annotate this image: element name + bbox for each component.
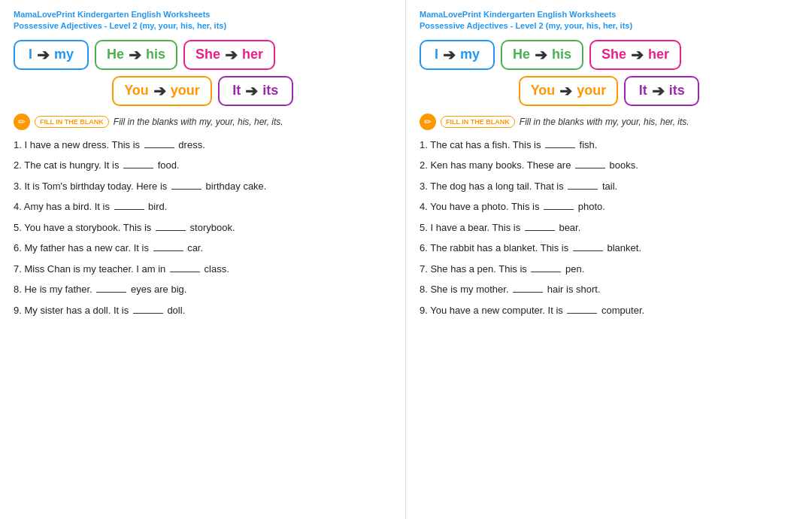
answer-blank bbox=[568, 189, 598, 190]
arrow-icon: ➔ bbox=[535, 46, 547, 64]
arrow-icon: ➔ bbox=[129, 46, 141, 64]
answer-blank bbox=[567, 313, 597, 314]
pronoun-box-she: She➔her bbox=[589, 40, 681, 70]
possessive-label: his bbox=[552, 47, 571, 62]
subject-label: I bbox=[435, 47, 438, 62]
pronouns-row2: You➔yourIt➔its bbox=[420, 76, 798, 106]
answer-blank bbox=[133, 313, 163, 314]
pencil-icon: ✏ bbox=[14, 114, 30, 130]
answer-blank bbox=[545, 147, 575, 148]
answer-blank bbox=[144, 147, 174, 148]
answer-blank bbox=[171, 189, 201, 190]
possessive-label: your bbox=[171, 83, 200, 99]
question-6: 6. The rabbit has a blanket. This is bla… bbox=[420, 241, 798, 256]
fill-in-blank-label: ✏FILL IN THE BLANKFill in the blanks wit… bbox=[420, 114, 798, 130]
question-4: 4. You have a photo. This is photo. bbox=[420, 199, 798, 214]
pronoun-box-i: I➔my bbox=[420, 40, 495, 70]
question-1: 1. The cat has a fish. This is fish. bbox=[420, 138, 798, 153]
answer-blank bbox=[525, 230, 555, 231]
arrow-icon: ➔ bbox=[559, 82, 572, 100]
question-9: 9. My sister has a doll. It is doll. bbox=[14, 303, 392, 318]
subject-label: He bbox=[513, 47, 530, 62]
arrow-icon: ➔ bbox=[631, 46, 644, 64]
pencil-icon: ✏ bbox=[420, 114, 436, 130]
worksheet-page-1: MamaLovePrint Kindergarten English Works… bbox=[0, 0, 406, 519]
question-7: 7. She has a pen. This is pen. bbox=[420, 262, 798, 277]
answer-blank bbox=[531, 272, 561, 272]
subject-label: He bbox=[107, 47, 124, 62]
question-1: 1. I have a new dress. This is dress. bbox=[14, 138, 392, 153]
fill-in-blank-label: ✏FILL IN THE BLANKFill in the blanks wit… bbox=[14, 114, 392, 130]
subject-label: I bbox=[29, 47, 32, 62]
subject-label: It bbox=[232, 83, 241, 99]
fill-instruction: Fill in the blanks with my, your, his, h… bbox=[520, 117, 689, 127]
possessive-label: your bbox=[577, 83, 606, 99]
fill-instruction: Fill in the blanks with my, your, his, h… bbox=[114, 117, 283, 127]
arrow-icon: ➔ bbox=[37, 46, 50, 64]
pronoun-box-i: I➔my bbox=[14, 40, 89, 70]
question-4: 4. Amy has a bird. It is bird. bbox=[14, 199, 392, 214]
question-9: 9. You have a new computer. It is comput… bbox=[420, 303, 798, 318]
question-2: 2. The cat is hungry. It is food. bbox=[14, 158, 392, 173]
question-8: 8. She is my mother. hair is short. bbox=[420, 282, 798, 297]
question-6: 6. My father has a new car. It is car. bbox=[14, 241, 392, 256]
answer-blank bbox=[575, 168, 605, 168]
answer-blank bbox=[544, 209, 574, 210]
answer-blank bbox=[170, 272, 200, 272]
subject-label: She bbox=[195, 47, 220, 62]
pronoun-box-she: She➔her bbox=[183, 40, 275, 70]
answer-blank bbox=[153, 250, 183, 251]
pronoun-box-you: You➔your bbox=[112, 76, 212, 106]
possessive-label: my bbox=[54, 47, 74, 62]
question-2: 2. Ken has many books. These are books. bbox=[420, 158, 798, 173]
possessive-label: her bbox=[648, 47, 669, 62]
fill-badge: FILL IN THE BLANK bbox=[441, 116, 515, 128]
pronoun-box-he: He➔his bbox=[95, 40, 177, 70]
fill-badge: FILL IN THE BLANK bbox=[35, 116, 109, 128]
answer-blank bbox=[96, 292, 126, 293]
pronoun-box-he: He➔his bbox=[501, 40, 583, 70]
header-title: MamaLovePrint Kindergarten English Works… bbox=[14, 9, 392, 32]
possessive-label: his bbox=[146, 47, 165, 62]
possessive-label: its bbox=[669, 83, 685, 99]
question-5: 5. You have a storybook. This is storybo… bbox=[14, 220, 392, 235]
worksheet-page-2: MamaLovePrint Kindergarten English Works… bbox=[406, 0, 812, 519]
subject-label: You bbox=[124, 83, 149, 99]
answer-blank bbox=[123, 168, 153, 168]
question-7: 7. Miss Chan is my teacher. I am in clas… bbox=[14, 262, 392, 277]
answer-blank bbox=[573, 250, 603, 251]
pronouns-row2: You➔yourIt➔its bbox=[14, 76, 392, 106]
subject-label: She bbox=[601, 47, 626, 62]
possessive-label: her bbox=[242, 47, 263, 62]
possessive-label: my bbox=[460, 47, 480, 62]
arrow-icon: ➔ bbox=[443, 46, 456, 64]
answer-blank bbox=[513, 292, 543, 293]
pronouns-row1: I➔myHe➔hisShe➔her bbox=[420, 40, 798, 70]
pronouns-row1: I➔myHe➔hisShe➔her bbox=[14, 40, 392, 70]
pronoun-box-you: You➔your bbox=[519, 76, 619, 106]
pronoun-box-it: It➔its bbox=[218, 76, 293, 106]
question-3: 3. The dog has a long tail. That is tail… bbox=[420, 179, 798, 194]
answer-blank bbox=[114, 209, 144, 210]
arrow-icon: ➔ bbox=[225, 46, 238, 64]
pronoun-box-it: It➔its bbox=[624, 76, 699, 106]
question-5: 5. I have a bear. This is bear. bbox=[420, 220, 798, 235]
arrow-icon: ➔ bbox=[153, 82, 166, 100]
subject-label: It bbox=[639, 83, 647, 99]
subject-label: You bbox=[531, 83, 556, 99]
possessive-label: its bbox=[262, 83, 278, 99]
answer-blank bbox=[156, 230, 186, 231]
arrow-icon: ➔ bbox=[245, 82, 258, 100]
question-3: 3. It is Tom's birthday today. Here is b… bbox=[14, 179, 392, 194]
header-title: MamaLovePrint Kindergarten English Works… bbox=[420, 9, 798, 32]
arrow-icon: ➔ bbox=[652, 82, 665, 100]
question-8: 8. He is my father. eyes are big. bbox=[14, 282, 392, 297]
